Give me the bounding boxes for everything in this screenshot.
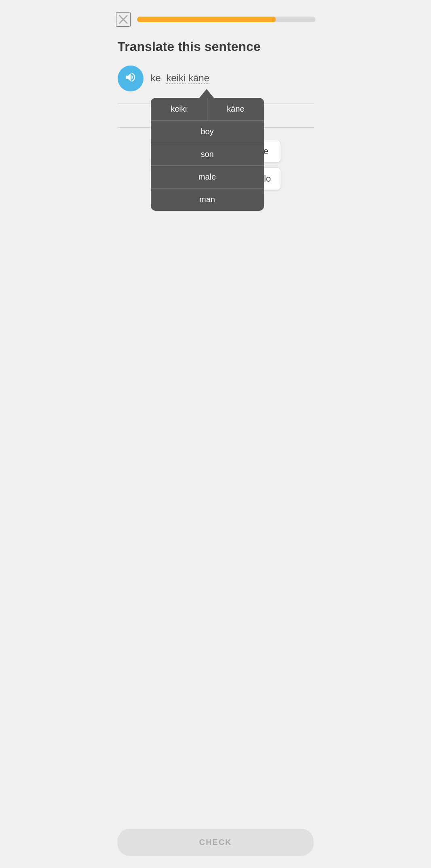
tooltip-cell-kane: kāne <box>207 98 264 120</box>
progress-bar <box>137 17 315 22</box>
word-keiki[interactable]: keiki <box>166 72 186 84</box>
tooltip-cell-male: male <box>151 166 264 188</box>
tooltip-row-3: son <box>151 143 264 166</box>
word-kane[interactable]: kāne <box>188 72 209 84</box>
tooltip-row-2: boy <box>151 121 264 143</box>
tooltip-cell-boy: boy <box>151 121 264 143</box>
tooltip-row-1: keiki kāne <box>151 98 264 121</box>
speaker-icon <box>125 71 137 86</box>
main-content: Translate this sentence ke keiki kāne ke… <box>108 31 323 128</box>
tooltip-cell-keiki: keiki <box>151 98 208 120</box>
top-bar <box>108 0 323 31</box>
tooltip-row-5: man <box>151 188 264 211</box>
tooltip-box: keiki kāne boy son male man <box>151 98 264 211</box>
sentence-text: ke keiki kāne <box>151 66 209 85</box>
audio-section: ke keiki kāne keiki kāne boy son male <box>118 66 314 91</box>
progress-dot <box>310 17 315 22</box>
audio-button[interactable] <box>118 66 144 91</box>
tooltip-row-4: male <box>151 166 264 188</box>
tooltip-cell-son: son <box>151 143 264 165</box>
close-button[interactable] <box>116 12 131 27</box>
progress-bar-fill <box>137 17 276 22</box>
tooltip: keiki kāne boy son male man <box>151 89 264 211</box>
page-title: Translate this sentence <box>118 39 314 54</box>
tooltip-arrow <box>199 89 214 98</box>
close-icon <box>118 14 129 25</box>
tooltip-cell-man: man <box>151 188 264 211</box>
